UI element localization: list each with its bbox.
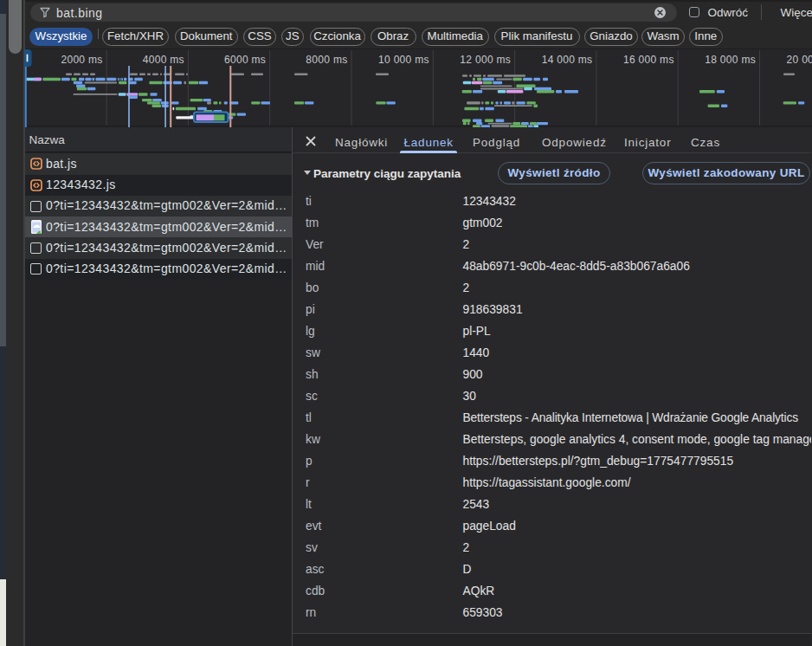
svg-text:14 000 ms: 14 000 ms: [542, 54, 593, 66]
svg-text:12 000 ms: 12 000 ms: [460, 54, 511, 66]
svg-text:8000 ms: 8000 ms: [306, 54, 347, 66]
svg-text:16 000 ms: 16 000 ms: [623, 54, 674, 66]
svg-text:20 000 ms: 20 000 ms: [787, 54, 812, 66]
svg-text:4000 ms: 4000 ms: [143, 54, 184, 66]
svg-text:10 000 ms: 10 000 ms: [378, 54, 429, 66]
svg-text:18 000 ms: 18 000 ms: [705, 54, 756, 66]
svg-text:2000 ms: 2000 ms: [61, 54, 102, 66]
svg-text:6000 ms: 6000 ms: [224, 54, 266, 66]
